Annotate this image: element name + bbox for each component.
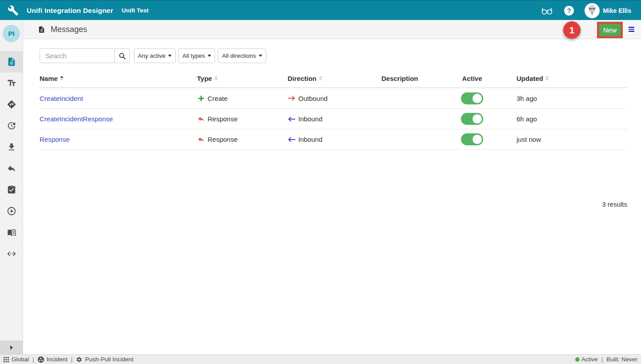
play-circle-icon <box>7 206 16 216</box>
messages-document-icon <box>38 26 45 33</box>
app-title: Unifi Integration Designer <box>27 7 113 15</box>
sidebar-item-document[interactable] <box>0 51 23 72</box>
message-name-link[interactable]: Response <box>40 136 70 143</box>
annotation-highlight-box: New <box>597 22 623 38</box>
direction-cell: Inbound <box>288 115 381 123</box>
search-input[interactable] <box>40 48 115 63</box>
user-name[interactable]: Mike Ellis <box>603 7 631 14</box>
toggle-knob <box>473 94 482 103</box>
column-label: Description <box>381 75 418 82</box>
reply-icon <box>7 164 16 173</box>
sidebar-item-download[interactable] <box>0 136 23 158</box>
type-label: Create <box>208 95 228 102</box>
statusbar-item-global[interactable]: Global <box>4 356 29 363</box>
status-bar: Global | Incident | Push-Pull Incident A… <box>0 354 641 364</box>
status-separator: | <box>71 356 73 363</box>
sidebar-nav <box>0 51 23 264</box>
filter-dropdown-all-directions[interactable]: All directions <box>218 48 266 63</box>
search-button[interactable] <box>115 48 130 63</box>
page-header: Messages 1 New <box>23 20 641 39</box>
name-cell: CreateIncident <box>40 95 197 102</box>
person-icon <box>585 3 600 18</box>
sort-icon <box>214 76 218 80</box>
column-header-updated[interactable]: Updated <box>517 74 627 82</box>
status-active-label: Active <box>581 356 598 363</box>
filter-dropdown-all-types[interactable]: All types <box>178 48 215 63</box>
arrow-left-icon <box>288 137 296 142</box>
sidebar-item-play-circle[interactable] <box>0 200 23 222</box>
name-cell: CreateIncidentResponse <box>40 115 197 123</box>
status-separator: | <box>32 356 34 363</box>
sidebar-expand-button[interactable] <box>0 340 23 354</box>
column-label: Direction <box>288 75 316 82</box>
type-label: Response <box>208 136 238 143</box>
column-header-active[interactable]: Active <box>428 74 517 82</box>
dropdown-label: Any active <box>138 52 165 59</box>
sidebar-item-task-check[interactable] <box>0 179 23 200</box>
message-name-link[interactable]: CreateIncidentResponse <box>40 115 113 123</box>
help-button[interactable]: ? <box>564 6 574 16</box>
column-label: Type <box>197 75 212 82</box>
results-count: 3 results <box>40 200 627 208</box>
column-header-name[interactable]: Name <box>40 74 197 82</box>
task-check-icon <box>7 185 16 195</box>
statusbar-label: Push-Pull Incident <box>85 356 133 363</box>
statusbar-item-incident[interactable]: Incident <box>38 356 68 363</box>
active-toggle[interactable] <box>461 92 483 104</box>
sidebar-item-history[interactable] <box>0 115 23 136</box>
active-cell <box>428 92 517 104</box>
arrow-right-icon <box>288 96 296 101</box>
sidebar-item-diamond-arrow[interactable] <box>0 94 23 115</box>
column-header-type[interactable]: Type <box>197 74 288 82</box>
statusbar-item-push-pull-incident[interactable]: Push-Pull Incident <box>76 356 133 363</box>
message-name-link[interactable]: CreateIncident <box>40 95 83 102</box>
column-label: Active <box>462 75 482 82</box>
sidebar-item-code[interactable] <box>0 243 23 264</box>
document-icon <box>7 57 16 67</box>
grid-icon <box>4 357 9 362</box>
sort-asc-icon <box>60 76 64 80</box>
workspace-title[interactable]: Unifi Test <box>122 7 149 14</box>
type-label: Response <box>208 115 238 123</box>
reply-red-icon <box>197 136 205 143</box>
active-toggle[interactable] <box>461 133 483 145</box>
statusbar-label: Incident <box>47 356 68 363</box>
column-label: Updated <box>517 75 543 82</box>
active-toggle[interactable] <box>461 113 483 125</box>
active-cell <box>428 113 517 125</box>
caret-down-icon <box>259 55 262 57</box>
help-icon: ? <box>567 7 571 14</box>
diamond-arrow-icon <box>7 100 16 109</box>
download-icon <box>7 142 16 152</box>
sidebar-item-book[interactable] <box>0 222 23 243</box>
sort-icon <box>545 76 549 80</box>
column-label: Name <box>40 75 58 82</box>
direction-cell: Inbound <box>288 136 381 143</box>
new-button[interactable]: New <box>599 24 621 36</box>
updated-label: just now <box>517 136 541 143</box>
book-icon <box>7 228 16 237</box>
sidebar-item-text-fields[interactable] <box>0 72 23 94</box>
status-active-dot <box>575 357 580 362</box>
list-menu-button[interactable] <box>627 25 636 33</box>
workspace-avatar[interactable]: PI <box>3 25 20 42</box>
caret-down-icon <box>168 55 172 57</box>
column-header-direction[interactable]: Direction <box>288 74 381 82</box>
user-avatar[interactable] <box>585 3 600 18</box>
chevron-right-icon <box>9 345 14 350</box>
caret-down-icon <box>208 55 211 57</box>
active-cell <box>428 133 517 145</box>
filter-dropdown-any-active[interactable]: Any active <box>134 48 176 63</box>
direction-cell: Outbound <box>288 95 381 102</box>
toggle-knob <box>473 114 482 124</box>
glasses-icon[interactable] <box>541 5 553 16</box>
column-header-description[interactable]: Description <box>381 74 428 82</box>
sidebar: PI <box>0 20 23 354</box>
plus-icon <box>197 95 205 102</box>
text-fields-icon <box>7 78 16 88</box>
annotation-step-badge: 1 <box>563 21 581 39</box>
sidebar-item-reply[interactable] <box>0 158 23 179</box>
dropdown-label: All directions <box>222 52 256 59</box>
reply-red-icon <box>197 115 205 123</box>
direction-label: Outbound <box>298 95 328 102</box>
